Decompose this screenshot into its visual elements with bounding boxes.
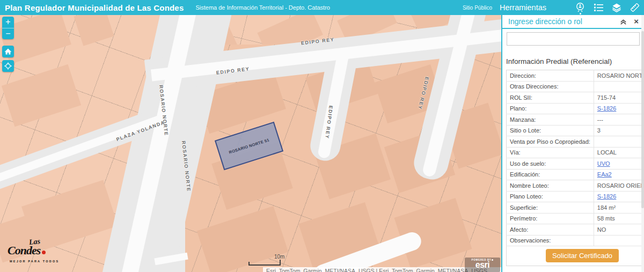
info-row-label: Perímetro: — [507, 213, 594, 224]
table-row: Vía:LOCAL — [507, 147, 644, 158]
herramientas-menu[interactable]: Herramientas — [500, 3, 546, 12]
info-row-value: LOCAL — [594, 147, 644, 158]
app-title: Plan Regulador Municipalidad de Las Cond… — [5, 3, 184, 12]
info-row-value: 715-74 — [594, 92, 644, 104]
panel-title: Ingrese dirección o rol — [508, 17, 613, 26]
panel-header: Ingrese dirección o rol × — [502, 15, 644, 29]
table-row: Uso de suelo:UVO — [507, 158, 644, 170]
info-row-label: Observaciones: — [507, 235, 594, 246]
info-row-value: 184 m² — [594, 202, 644, 214]
table-row: Superficie:184 m² — [507, 202, 644, 214]
info-link[interactable]: UVO — [597, 160, 610, 167]
app-window: Plan Regulador Municipalidad de Las Cond… — [0, 0, 644, 272]
zoom-out-button[interactable]: − — [2, 28, 14, 39]
panel-scrollbar[interactable] — [641, 15, 644, 272]
info-row-value — [594, 235, 644, 246]
sitio-publico-label[interactable]: Sitio Público — [463, 5, 492, 11]
scrollbar-thumb[interactable] — [641, 31, 644, 208]
info-link[interactable]: EAa2 — [597, 171, 612, 178]
info-row-label: Vía: — [507, 147, 594, 158]
info-row-label: Plano Loteo: — [507, 191, 594, 202]
table-row: Otras Direcciones: — [507, 81, 644, 92]
esri-logo[interactable]: POWERED BY esri — [465, 258, 500, 272]
table-row: Venta por Piso o Copropiedad: — [507, 136, 644, 148]
info-row-label: Sitio o Lote: — [507, 125, 594, 136]
home-extent-button[interactable] — [2, 46, 14, 57]
table-row: Perímetro:58 mts — [507, 213, 644, 224]
las-condes-logo: Las Condes MEJOR PARA TODOS — [8, 239, 70, 266]
info-row-value — [594, 81, 644, 92]
info-row-label: Edificación: — [507, 169, 594, 180]
info-link[interactable]: S-1826 — [597, 105, 616, 112]
street-view-icon[interactable] — [571, 0, 589, 15]
logo-red-dot — [42, 251, 46, 254]
solicitar-certificado-button[interactable]: Solicitar Certificado — [546, 249, 619, 262]
predial-info-table: Direccion:ROSARIO NORTE 51Otras Direccio… — [506, 70, 644, 266]
table-row: ROL SII:715-74 — [507, 92, 644, 104]
info-link[interactable]: S-1826 — [597, 193, 616, 200]
table-row: Observaciones: — [507, 235, 644, 246]
info-row-value: 3 — [594, 125, 644, 136]
notification-dot — [580, 13, 581, 14]
table-row: Nombre Loteo:ROSARIO ORIENTE — [507, 180, 644, 192]
table-row: Direccion:ROSARIO NORTE 51 — [507, 70, 644, 82]
search-widget-panel: Ingrese dirección o rol × Información Pr… — [501, 15, 644, 272]
table-row: Plano:S-1826 — [507, 103, 644, 114]
map-canvas[interactable]: EDIPO REYEDIPO REYEDIPO REYEDIPO REYROSA… — [0, 15, 501, 272]
selected-parcel-label: ROSARIO NORTE 51 — [228, 137, 270, 155]
table-row: Edificación:EAa2 — [507, 169, 644, 180]
info-row-label: Superficie: — [507, 202, 594, 214]
search-input[interactable] — [507, 32, 640, 46]
app-header: Plan Regulador Municipalidad de Las Cond… — [0, 0, 644, 15]
app-subtitle: Sistema de Información Territorial - Dep… — [195, 4, 330, 11]
info-row-value: --- — [594, 114, 644, 126]
table-row: Afecto:NO — [507, 224, 644, 236]
zoom-controls: + − — [2, 17, 14, 39]
section-title: Información Predial (Referencial) — [506, 57, 644, 65]
scale-label: 10m — [274, 254, 284, 260]
layers-icon[interactable] — [608, 0, 626, 15]
info-row-label: Venta por Piso o Copropiedad: — [507, 136, 594, 148]
info-row-label: Direccion: — [507, 70, 594, 82]
info-row-value: NO — [594, 224, 644, 236]
collapse-icon[interactable] — [620, 18, 627, 25]
info-row-label: Otras Direcciones: — [507, 81, 594, 92]
info-row-value: ROSARIO NORTE 51 — [594, 70, 644, 82]
info-row-label: ROL SII: — [507, 92, 594, 104]
scale-bar: 10m — [248, 254, 284, 267]
scale-line — [248, 260, 281, 266]
table-row: Manzana:--- — [507, 114, 644, 126]
table-row: Plano Loteo:S-1826 — [507, 191, 644, 202]
info-row-value: ROSARIO ORIENTE — [594, 180, 644, 192]
legend-list-icon[interactable] — [589, 0, 608, 15]
close-icon[interactable]: × — [634, 18, 639, 25]
predial-table-body: Direccion:ROSARIO NORTE 51Otras Direccio… — [507, 70, 644, 266]
info-row-label: Afecto: — [507, 224, 594, 236]
info-row-value — [594, 136, 644, 148]
info-row-label: Nombre Loteo: — [507, 180, 594, 192]
info-row-label: Uso de suelo: — [507, 158, 594, 170]
info-row-value: 58 mts — [594, 213, 644, 224]
zoom-in-button[interactable]: + — [2, 17, 14, 28]
measure-icon[interactable] — [626, 0, 644, 15]
locate-me-button[interactable] — [2, 60, 14, 72]
table-row: Sitio o Lote:3 — [507, 125, 644, 136]
info-row-label: Manzana: — [507, 114, 594, 126]
info-row-label: Plano: — [507, 103, 594, 114]
